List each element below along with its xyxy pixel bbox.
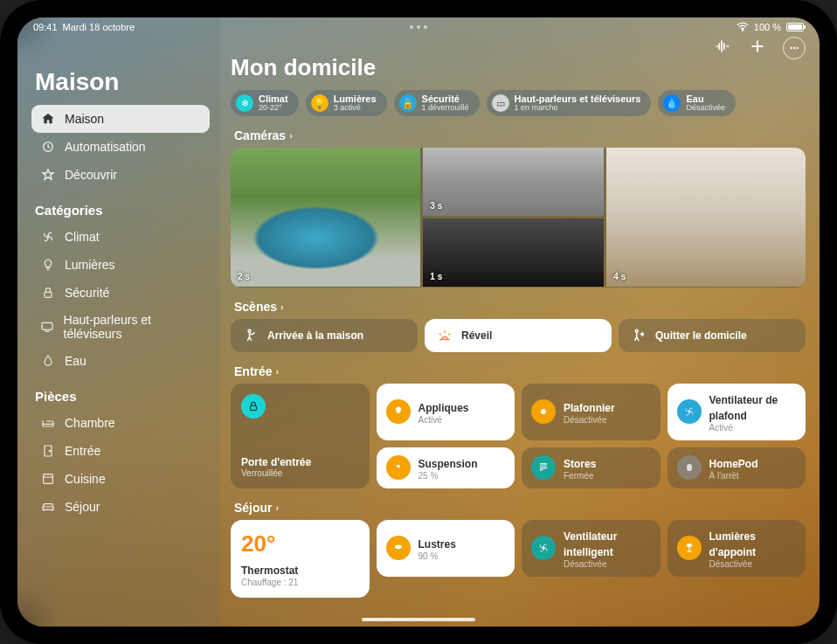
status-pills: ❄︎ Climat20-22° 💡 Lumières3 activé 🔒 Séc…: [231, 90, 806, 116]
snowflake-icon: ❄︎: [236, 94, 253, 112]
sidebar-cat-securite[interactable]: Sécurité: [31, 279, 210, 307]
pill-eau[interactable]: 💧 EauDésactivée: [658, 90, 736, 116]
date: Mardi 18 octobre: [63, 22, 135, 32]
rooms-header: Pièces: [35, 389, 206, 404]
more-icon[interactable]: [783, 37, 806, 59]
fan-icon: [677, 399, 702, 424]
label: Lumières: [65, 258, 115, 272]
camera-3[interactable]: 1 s: [423, 218, 604, 287]
svg-point-14: [541, 410, 546, 415]
fan-icon: [531, 536, 556, 560]
scene-reveil[interactable]: Réveil: [425, 319, 612, 352]
clock-cycle-icon: [40, 139, 56, 155]
sidebar-item-maison[interactable]: Maison: [31, 105, 210, 133]
camera-2[interactable]: 3 s: [423, 148, 604, 216]
svg-point-18: [543, 547, 544, 549]
house-icon: [40, 111, 56, 127]
sidebar-room-entree[interactable]: Entrée: [31, 437, 210, 465]
battery-icon: [786, 23, 804, 31]
tile-thermostat[interactable]: 20° Thermostat Chauffage : 21: [231, 520, 370, 598]
label: Maison: [65, 112, 104, 126]
sidebar-cat-haut-parleurs[interactable]: Haut-parleurs et téléviseurs: [31, 307, 210, 347]
svg-point-15: [688, 411, 689, 412]
label: Entrée: [65, 444, 100, 458]
tile-ventilateur-plafond[interactable]: Ventilateur de plafondActivé: [668, 384, 806, 440]
svg-point-11: [248, 329, 251, 332]
main-content: Mon domicile ❄︎ Climat20-22° 💡: [220, 17, 820, 627]
bulb-icon: [40, 257, 56, 273]
bulb-icon: [531, 399, 556, 424]
label: Sécurité: [65, 286, 109, 300]
chevron-right-icon: ›: [276, 502, 280, 513]
label: Cuisine: [65, 472, 106, 486]
drop-icon: 💧: [663, 94, 681, 112]
tile-homepod[interactable]: HomePodÀ l'arrêt: [668, 447, 806, 488]
person-in-icon: [243, 328, 259, 343]
sidebar-item-decouvrir[interactable]: Découvrir: [31, 161, 210, 189]
svg-point-8: [790, 47, 792, 49]
drop-icon: [40, 353, 56, 369]
sunrise-icon: [437, 328, 453, 343]
svg-point-0: [742, 29, 743, 30]
cameras-header[interactable]: Caméras ›: [234, 128, 806, 142]
bed-icon: [40, 415, 56, 431]
pill-haut-parleurs[interactable]: ▭ Haut-parleurs et téléviseurs1 en march…: [487, 90, 652, 116]
label: Eau: [65, 354, 86, 368]
add-icon[interactable]: [748, 37, 767, 59]
tv-icon: ▭: [492, 94, 509, 112]
sidebar-cat-lumieres[interactable]: Lumières: [31, 251, 210, 279]
pill-climat[interactable]: ❄︎ Climat20-22°: [231, 90, 299, 116]
screen: 09:41 Mardi 18 octobre 100 % Maison Ma: [17, 17, 820, 627]
home-indicator[interactable]: [362, 618, 475, 621]
svg-point-12: [635, 329, 638, 332]
person-out-icon: [631, 328, 647, 343]
multitask-dots[interactable]: [410, 25, 427, 29]
announce-icon[interactable]: [713, 37, 732, 59]
tile-lumieres-appoint[interactable]: Lumières d'appointDésactivée: [668, 520, 806, 577]
tile-plafonnier[interactable]: PlafonnierDésactivée: [522, 384, 661, 440]
chevron-right-icon: ›: [276, 366, 280, 377]
sidebar-cat-climat[interactable]: Climat: [31, 223, 210, 251]
entree-header[interactable]: Entrée ›: [234, 364, 806, 378]
pill-lumieres[interactable]: 💡 Lumières3 activé: [306, 90, 387, 116]
sidebar-room-cuisine[interactable]: Cuisine: [31, 465, 210, 493]
sidebar-room-chambre[interactable]: Chambre: [31, 409, 210, 437]
tv-icon: [40, 319, 55, 335]
sidebar-title: Maison: [35, 68, 206, 96]
tile-lustres[interactable]: Lustres90 %: [377, 520, 515, 577]
tile-stores[interactable]: StoresFermée: [522, 447, 661, 488]
sidebar-room-sejour[interactable]: Séjour: [31, 493, 210, 521]
camera-4[interactable]: 4 s: [606, 148, 806, 287]
pill-securite[interactable]: 🔒 Sécurité1 déverrouillé: [394, 90, 480, 116]
clock: 09:41: [33, 22, 58, 32]
page-title: Mon domicile: [231, 54, 376, 81]
ipad-frame: 09:41 Mardi 18 octobre 100 % Maison Ma: [0, 0, 837, 644]
sofa-icon: [40, 499, 56, 515]
svg-rect-7: [44, 474, 53, 484]
sejour-header[interactable]: Séjour ›: [234, 501, 806, 515]
sidebar-cat-eau[interactable]: Eau: [31, 347, 210, 375]
camera-1[interactable]: 2 s: [231, 148, 420, 287]
battery-percent: 100 %: [754, 22, 781, 32]
tile-porte-entree[interactable]: Porte d'entrée Verrouillée: [231, 384, 370, 488]
lamp-icon: [677, 536, 702, 560]
svg-point-17: [394, 545, 401, 550]
svg-point-10: [796, 47, 798, 49]
chevron-right-icon: ›: [289, 130, 293, 141]
blinds-icon: [531, 455, 556, 480]
scene-quitter[interactable]: Quitter le domicile: [619, 319, 806, 352]
categories-header: Catégories: [35, 203, 206, 218]
scene-arrivee[interactable]: Arrivée à la maison: [231, 319, 418, 352]
tile-suspension[interactable]: Suspension25 %: [377, 447, 515, 488]
tile-appliques[interactable]: AppliquesActivé: [377, 384, 515, 440]
label: Découvrir: [65, 168, 117, 182]
homepod-icon: [677, 455, 702, 480]
sidebar: Maison Maison Automatisation Découvrir C…: [17, 17, 220, 627]
svg-rect-4: [42, 322, 52, 329]
wifi-icon: [737, 22, 749, 33]
tile-ventilateur-intelligent[interactable]: Ventilateur intelligentDésactivée: [522, 520, 661, 577]
sidebar-item-automatisation[interactable]: Automatisation: [31, 133, 210, 161]
star-icon: [40, 167, 56, 183]
lock-icon: 🔒: [399, 94, 417, 112]
scenes-header[interactable]: Scènes ›: [234, 300, 806, 314]
